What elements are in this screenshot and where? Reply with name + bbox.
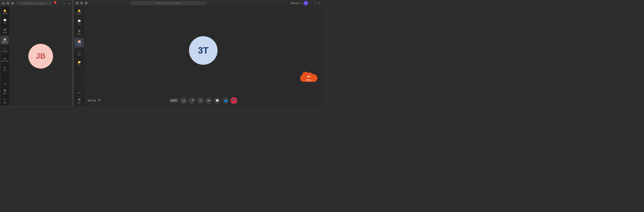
back-button-left[interactable]: ‹ [2, 2, 5, 5]
sidebar-label-teams-right: Teams [77, 33, 82, 35]
sidebar-item-activity-right[interactable]: Activity [74, 7, 84, 17]
chevron-down-icon[interactable]: ▼ [300, 2, 302, 4]
caller-name: 365 Tips [88, 99, 96, 102]
sidebar-item-calls-right[interactable]: Calls [74, 48, 84, 58]
apps-icon-left [4, 89, 6, 92]
sidebar-item-oproepen[interactable]: Oproepen [0, 45, 9, 54]
calls-icon-left [3, 47, 6, 50]
cloud-shape: 365 365tips [300, 71, 317, 82]
sidebar-item-teams-left[interactable]: Teams [0, 26, 9, 35]
close-right[interactable]: ✕ [317, 1, 320, 5]
sidebar-label-agenda: Agenda [2, 41, 8, 43]
teams-icon-right [78, 30, 80, 33]
more-options-button[interactable]: ••• [205, 97, 212, 104]
sidebar-item-apps-right[interactable]: Apps [74, 96, 84, 106]
compose-button-left[interactable]: ✎ [11, 2, 14, 5]
end-call-icon: 📞 [232, 98, 236, 103]
main-content-right: 3T 365 365tips [84, 6, 322, 106]
sidebar-item-bestanden[interactable]: Bestanden [0, 55, 9, 64]
search-input-left[interactable]: Zoek of typ een opdracht [16, 1, 52, 5]
forward-button-right[interactable]: › [80, 1, 83, 5]
maximize-left[interactable]: □ [63, 2, 66, 5]
app-body-left: Activiteit Chat Teams Agenda Oproepen Be… [0, 6, 72, 106]
call-timer: 00:05 [169, 98, 179, 103]
sidebar-item-chat-left[interactable]: Chat [0, 17, 9, 26]
share-screen-icon: ⇧ [199, 99, 202, 102]
share-screen-button[interactable]: ⇧ [197, 97, 204, 104]
svg-text:365: 365 [307, 75, 310, 78]
nav-buttons-left: ‹ › ✎ [2, 2, 14, 5]
apps-icon-right [78, 98, 80, 101]
calls-icon-right [78, 50, 81, 53]
sidebar-label-calls-right: Calls [78, 54, 81, 56]
agenda-icon [4, 38, 6, 41]
sidebar-item-calendar[interactable]: Calendar [74, 38, 84, 48]
back-button-right[interactable]: ‹ [75, 1, 79, 5]
sidebar-label-activity-right: Activity [77, 13, 82, 15]
avatar-3t: 3T [189, 36, 218, 65]
chat-ctrl-icon: 💬 [216, 99, 219, 102]
video-button[interactable]: 📹 [180, 97, 187, 104]
titlebar-right: ‹ › ✎ Search or type a command Bernaers … [74, 0, 322, 6]
participants-icon: 👥 [224, 99, 227, 102]
sidebar-label-activiteit: Activiteit [2, 13, 8, 14]
sidebar-item-chat-right[interactable]: Chat [74, 17, 84, 27]
cloud-icon-text: 365 [307, 75, 311, 78]
activity-icon-left [3, 9, 6, 12]
participants-button[interactable]: 👥 [222, 97, 229, 104]
maximize-right[interactable]: □ [313, 1, 316, 5]
sidebar-item-files-right[interactable]: Files [74, 58, 84, 68]
sidebar-label-help-left: Help [3, 102, 6, 103]
files-icon-right [78, 61, 81, 64]
app-body-right: Activity Chat Teams Calendar Calls Files [74, 6, 322, 106]
more-options-left[interactable]: ••• [4, 82, 6, 85]
mute-icon: 🎤 [190, 99, 194, 102]
mute-button[interactable]: 🎤 [188, 97, 196, 104]
username-label: Bernaers [291, 2, 299, 4]
close-left[interactable]: ✕ [67, 2, 70, 5]
titlebar-left: ‹ › ✎ Zoek of typ een opdracht T − [0, 0, 72, 6]
sidebar-label-teams-left: Teams [2, 32, 7, 33]
minimize-right[interactable]: − [309, 1, 312, 5]
user-profile: Bernaers ▼ B − □ ✕ [291, 1, 320, 5]
more-options-right[interactable]: ••• [78, 91, 80, 94]
sidebar-right: Activity Chat Teams Calendar Calls Files [74, 6, 84, 106]
cloud-logo: 365 365tips [299, 70, 318, 83]
chat-icon-right [78, 20, 81, 23]
help-icon-left [4, 98, 6, 101]
sidebar-item-agenda[interactable]: Agenda [0, 36, 9, 45]
activity-icon-right [78, 9, 81, 12]
sidebar-item-apps-left[interactable]: Apps [0, 87, 9, 96]
teams-icon-left [4, 28, 6, 31]
sidebar-item-tello[interactable]: Tello [0, 64, 9, 73]
sidebar-label-bestanden: Bestanden [1, 60, 8, 62]
cloud-text-label: 365tips [306, 79, 312, 81]
window-divider [72, 0, 74, 106]
sidebar-item-activiteit[interactable]: Activiteit [0, 7, 9, 16]
sidebar-item-teams-right[interactable]: Teams [74, 27, 84, 37]
nav-buttons-right: ‹ › ✎ [75, 1, 88, 5]
sidebar-item-help-left[interactable]: Help [0, 96, 9, 105]
sidebar-label-files-right: Files [78, 64, 81, 66]
sidebar-left: Activiteit Chat Teams Agenda Oproepen Be… [0, 6, 9, 106]
teams-logo-left: T [54, 1, 58, 6]
forward-button-left[interactable]: › [6, 2, 10, 5]
minimize-left[interactable]: − [58, 2, 61, 5]
sidebar-label-chat-right: Chat [78, 23, 81, 25]
avatar-initials-3t: 3T [198, 45, 208, 56]
end-call-button[interactable]: 📞 [230, 97, 237, 104]
sidebar-label-apps-left: Apps [3, 92, 6, 94]
left-window: ‹ › ✎ Zoek of typ een opdracht T − [0, 0, 72, 106]
sidebar-label-chat-left: Chat [3, 22, 6, 24]
chat-icon-left [3, 19, 6, 22]
main-content-left: JB [9, 6, 72, 106]
call-area: 3T 365 365tips [84, 6, 322, 95]
chat-button[interactable]: 💬 [214, 97, 220, 104]
sidebar-label-apps-right: Apps [78, 102, 81, 103]
search-input-right[interactable]: Search or type a command [131, 1, 207, 5]
user-avatar[interactable]: B [304, 1, 308, 5]
compose-button-right[interactable]: ✎ [84, 1, 88, 5]
avatar-initial: B [305, 2, 306, 4]
more-options-icon: ••• [208, 99, 210, 102]
video-icon: 📹 [182, 99, 186, 102]
